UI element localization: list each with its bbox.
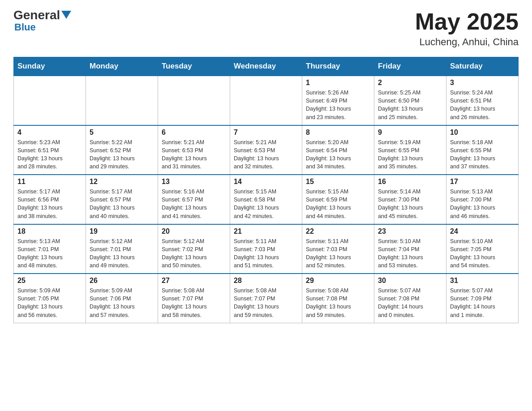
day-number: 24 — [450, 227, 515, 235]
day-number: 28 — [234, 277, 298, 285]
month-year-title: May 2025 — [415, 9, 519, 34]
week-row-1: 1Sunrise: 5:26 AM Sunset: 6:49 PM Daylig… — [14, 76, 519, 125]
day-number: 16 — [378, 178, 442, 186]
day-number: 31 — [450, 277, 515, 285]
calendar-cell: 1Sunrise: 5:26 AM Sunset: 6:49 PM Daylig… — [302, 76, 374, 125]
sun-info: Sunrise: 5:21 AM Sunset: 6:53 PM Dayligh… — [162, 138, 226, 171]
week-row-4: 18Sunrise: 5:13 AM Sunset: 7:01 PM Dayli… — [14, 224, 519, 274]
day-number: 14 — [234, 178, 298, 186]
day-number: 7 — [234, 128, 298, 137]
page-header: General Blue May 2025 Lucheng, Anhui, Ch… — [13, 9, 519, 48]
sun-info: Sunrise: 5:12 AM Sunset: 7:01 PM Dayligh… — [90, 237, 154, 270]
day-header-saturday: Saturday — [446, 57, 519, 76]
calendar-cell: 29Sunrise: 5:08 AM Sunset: 7:08 PM Dayli… — [302, 274, 374, 323]
sun-info: Sunrise: 5:13 AM Sunset: 7:00 PM Dayligh… — [450, 188, 515, 220]
day-header-monday: Monday — [86, 57, 158, 76]
sun-info: Sunrise: 5:08 AM Sunset: 7:08 PM Dayligh… — [306, 287, 370, 319]
day-number: 26 — [90, 277, 154, 285]
sun-info: Sunrise: 5:15 AM Sunset: 6:59 PM Dayligh… — [306, 188, 370, 220]
title-block: May 2025 Lucheng, Anhui, China — [415, 9, 519, 48]
week-row-2: 4Sunrise: 5:23 AM Sunset: 6:51 PM Daylig… — [14, 125, 519, 175]
day-number: 9 — [378, 128, 442, 137]
calendar-cell: 4Sunrise: 5:23 AM Sunset: 6:51 PM Daylig… — [14, 125, 86, 175]
sun-info: Sunrise: 5:25 AM Sunset: 6:50 PM Dayligh… — [378, 89, 442, 121]
sun-info: Sunrise: 5:08 AM Sunset: 7:07 PM Dayligh… — [162, 287, 226, 319]
calendar-cell: 18Sunrise: 5:13 AM Sunset: 7:01 PM Dayli… — [14, 224, 86, 274]
calendar-cell: 24Sunrise: 5:10 AM Sunset: 7:05 PM Dayli… — [446, 224, 519, 274]
sun-info: Sunrise: 5:11 AM Sunset: 7:03 PM Dayligh… — [306, 237, 370, 270]
week-row-5: 25Sunrise: 5:09 AM Sunset: 7:05 PM Dayli… — [14, 274, 519, 323]
calendar-cell: 9Sunrise: 5:19 AM Sunset: 6:55 PM Daylig… — [374, 125, 446, 175]
day-number: 12 — [90, 178, 154, 186]
sun-info: Sunrise: 5:17 AM Sunset: 6:57 PM Dayligh… — [90, 188, 154, 220]
sun-info: Sunrise: 5:26 AM Sunset: 6:49 PM Dayligh… — [306, 89, 370, 121]
day-number: 4 — [17, 128, 82, 137]
day-number: 23 — [378, 227, 442, 235]
calendar-cell: 13Sunrise: 5:16 AM Sunset: 6:57 PM Dayli… — [158, 175, 230, 224]
sun-info: Sunrise: 5:16 AM Sunset: 6:57 PM Dayligh… — [162, 188, 226, 220]
day-header-friday: Friday — [374, 57, 446, 76]
day-number: 10 — [450, 128, 515, 137]
day-number: 2 — [378, 79, 442, 87]
calendar-cell: 14Sunrise: 5:15 AM Sunset: 6:58 PM Dayli… — [230, 175, 302, 224]
calendar-cell: 11Sunrise: 5:17 AM Sunset: 6:56 PM Dayli… — [14, 175, 86, 224]
day-header-thursday: Thursday — [302, 57, 374, 76]
calendar-header-row: SundayMondayTuesdayWednesdayThursdayFrid… — [14, 57, 519, 76]
day-number: 17 — [450, 178, 515, 186]
calendar-cell — [230, 76, 302, 125]
day-number: 11 — [17, 178, 82, 186]
sun-info: Sunrise: 5:08 AM Sunset: 7:07 PM Dayligh… — [234, 287, 298, 319]
logo-general-text: General — [13, 9, 60, 21]
calendar-cell: 3Sunrise: 5:24 AM Sunset: 6:51 PM Daylig… — [446, 76, 519, 125]
day-number: 1 — [306, 79, 370, 87]
sun-info: Sunrise: 5:13 AM Sunset: 7:01 PM Dayligh… — [17, 237, 82, 270]
calendar-cell: 23Sunrise: 5:10 AM Sunset: 7:04 PM Dayli… — [374, 224, 446, 274]
day-number: 30 — [378, 277, 442, 285]
calendar-cell: 19Sunrise: 5:12 AM Sunset: 7:01 PM Dayli… — [86, 224, 158, 274]
location-subtitle: Lucheng, Anhui, China — [415, 36, 519, 48]
day-number: 25 — [17, 277, 82, 285]
calendar-cell — [86, 76, 158, 125]
calendar-cell: 15Sunrise: 5:15 AM Sunset: 6:59 PM Dayli… — [302, 175, 374, 224]
logo: General Blue — [13, 9, 71, 33]
day-number: 8 — [306, 128, 370, 137]
calendar-cell — [158, 76, 230, 125]
day-header-tuesday: Tuesday — [158, 57, 230, 76]
calendar-cell: 27Sunrise: 5:08 AM Sunset: 7:07 PM Dayli… — [158, 274, 230, 323]
calendar-cell: 7Sunrise: 5:21 AM Sunset: 6:53 PM Daylig… — [230, 125, 302, 175]
sun-info: Sunrise: 5:07 AM Sunset: 7:08 PM Dayligh… — [378, 287, 442, 319]
day-number: 18 — [17, 227, 82, 235]
day-number: 27 — [162, 277, 226, 285]
calendar-cell: 21Sunrise: 5:11 AM Sunset: 7:03 PM Dayli… — [230, 224, 302, 274]
calendar-cell: 8Sunrise: 5:20 AM Sunset: 6:54 PM Daylig… — [302, 125, 374, 175]
calendar-cell: 16Sunrise: 5:14 AM Sunset: 7:00 PM Dayli… — [374, 175, 446, 224]
calendar-cell: 12Sunrise: 5:17 AM Sunset: 6:57 PM Dayli… — [86, 175, 158, 224]
day-number: 15 — [306, 178, 370, 186]
calendar-cell: 10Sunrise: 5:18 AM Sunset: 6:55 PM Dayli… — [446, 125, 519, 175]
calendar-cell: 30Sunrise: 5:07 AM Sunset: 7:08 PM Dayli… — [374, 274, 446, 323]
sun-info: Sunrise: 5:20 AM Sunset: 6:54 PM Dayligh… — [306, 138, 370, 171]
sun-info: Sunrise: 5:22 AM Sunset: 6:52 PM Dayligh… — [90, 138, 154, 171]
sun-info: Sunrise: 5:18 AM Sunset: 6:55 PM Dayligh… — [450, 138, 515, 171]
sun-info: Sunrise: 5:09 AM Sunset: 7:05 PM Dayligh… — [17, 287, 82, 319]
sun-info: Sunrise: 5:15 AM Sunset: 6:58 PM Dayligh… — [234, 188, 298, 220]
calendar-cell: 25Sunrise: 5:09 AM Sunset: 7:05 PM Dayli… — [14, 274, 86, 323]
sun-info: Sunrise: 5:12 AM Sunset: 7:02 PM Dayligh… — [162, 237, 226, 270]
calendar-cell: 17Sunrise: 5:13 AM Sunset: 7:00 PM Dayli… — [446, 175, 519, 224]
day-number: 13 — [162, 178, 226, 186]
sun-info: Sunrise: 5:10 AM Sunset: 7:04 PM Dayligh… — [378, 237, 442, 270]
sun-info: Sunrise: 5:21 AM Sunset: 6:53 PM Dayligh… — [234, 138, 298, 171]
day-header-wednesday: Wednesday — [230, 57, 302, 76]
sun-info: Sunrise: 5:23 AM Sunset: 6:51 PM Dayligh… — [17, 138, 82, 171]
day-header-sunday: Sunday — [14, 57, 86, 76]
calendar-cell: 31Sunrise: 5:07 AM Sunset: 7:09 PM Dayli… — [446, 274, 519, 323]
calendar-cell: 6Sunrise: 5:21 AM Sunset: 6:53 PM Daylig… — [158, 125, 230, 175]
sun-info: Sunrise: 5:11 AM Sunset: 7:03 PM Dayligh… — [234, 237, 298, 270]
day-number: 21 — [234, 227, 298, 235]
calendar-cell: 20Sunrise: 5:12 AM Sunset: 7:02 PM Dayli… — [158, 224, 230, 274]
calendar-cell: 2Sunrise: 5:25 AM Sunset: 6:50 PM Daylig… — [374, 76, 446, 125]
day-number: 5 — [90, 128, 154, 137]
logo-blue-text: Blue — [14, 21, 36, 33]
calendar-cell: 26Sunrise: 5:09 AM Sunset: 7:06 PM Dayli… — [86, 274, 158, 323]
sun-info: Sunrise: 5:10 AM Sunset: 7:05 PM Dayligh… — [450, 237, 515, 270]
